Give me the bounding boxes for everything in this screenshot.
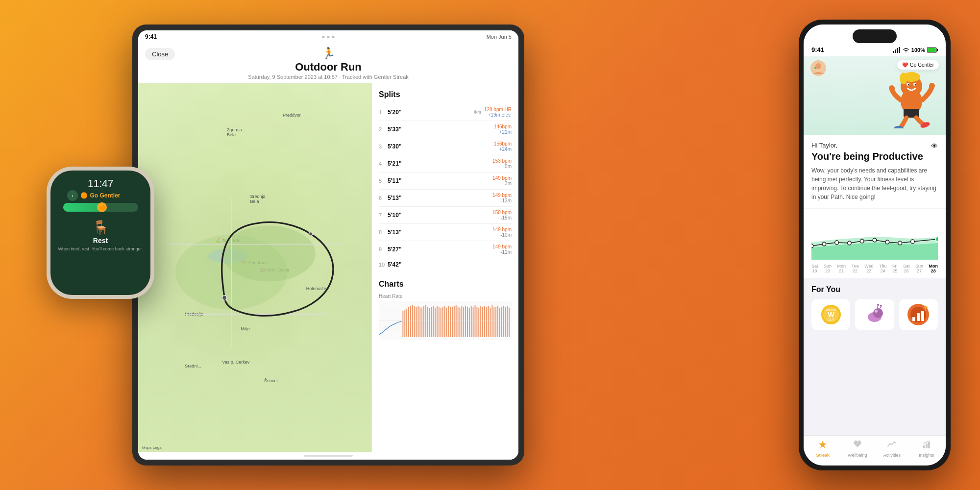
splits-section: Splits 1 5'20" /km 128 bpm HR +19m elev. <box>372 83 518 275</box>
svg-rect-32 <box>450 307 451 337</box>
productive-desc: Wow, your body's needs and capabilities … <box>811 166 938 201</box>
svg-rect-45 <box>475 305 476 337</box>
tab-activities[interactable]: Activities <box>875 440 909 458</box>
charts-title: Charts <box>379 280 512 289</box>
for-you-snail[interactable] <box>855 299 894 330</box>
iphone-screen: 9:41 100% <box>804 24 946 466</box>
svg-point-82 <box>915 84 916 86</box>
route-svg <box>138 83 371 452</box>
insights-tab-icon <box>922 440 931 452</box>
for-you-workout[interactable]: W WORK OUT <box>811 299 850 330</box>
svg-rect-58 <box>499 308 500 337</box>
svg-rect-31 <box>448 306 449 337</box>
svg-rect-57 <box>497 306 498 337</box>
eye-icon[interactable]: 👁 <box>931 142 938 150</box>
svg-rect-56 <box>495 307 496 337</box>
svg-rect-119 <box>923 445 925 448</box>
watch-progress-dot: 🟠 <box>97 202 107 212</box>
svg-point-95 <box>873 238 877 242</box>
svg-rect-14 <box>416 307 416 337</box>
split-row-7: 7 5'10" 150 bpm -18m <box>379 207 512 224</box>
svg-rect-37 <box>460 308 461 337</box>
svg-rect-60 <box>503 306 504 337</box>
svg-point-108 <box>875 310 878 313</box>
tab-streak[interactable]: Streak <box>806 440 840 458</box>
svg-rect-22 <box>431 307 432 337</box>
svg-rect-20 <box>427 307 428 337</box>
svg-point-112 <box>877 304 879 306</box>
svg-rect-49 <box>482 307 483 337</box>
week-chart-card: Sat19 Sun20 Mon21 Tue22 Wed23 Thu24 Fri2… <box>804 209 946 278</box>
svg-point-1 <box>222 225 315 281</box>
svg-point-94 <box>860 239 864 243</box>
svg-text:WORK: WORK <box>826 308 836 312</box>
for-you-title: For You <box>811 285 938 294</box>
svg-rect-25 <box>437 306 438 337</box>
split-row-9: 9 5'27" 149 bpm -11m <box>379 241 512 258</box>
svg-rect-61 <box>505 307 506 337</box>
signal-icon <box>893 47 901 53</box>
mascot-character <box>882 60 941 135</box>
svg-rect-117 <box>921 311 924 321</box>
streak-tab-icon <box>818 440 828 452</box>
svg-rect-27 <box>441 308 441 337</box>
svg-rect-46 <box>476 307 477 337</box>
ipad-content: Close 🏃 Outdoor Run Saturday, 9 Septembe… <box>138 42 518 452</box>
svg-point-86 <box>929 83 935 89</box>
watch-time: 11:47 <box>88 177 114 190</box>
tab-insights[interactable]: Insights <box>909 440 944 458</box>
for-you-chart[interactable] <box>899 299 938 330</box>
svg-rect-70 <box>899 47 900 53</box>
iphone-status-bar: 9:41 100% <box>811 46 938 56</box>
svg-rect-54 <box>491 305 492 337</box>
svg-rect-35 <box>456 305 457 337</box>
map-area[interactable]: ZgornjaBela Preddvor SrednjaBela Predosl… <box>138 83 371 452</box>
svg-point-6 <box>309 232 313 236</box>
svg-rect-39 <box>463 307 464 337</box>
tab-wellbeing[interactable]: Wellbeing <box>840 440 875 458</box>
watch-progress-bar: 🟠 <box>63 203 138 212</box>
iphone-hero: ❤️ Go Gentler <box>804 56 946 135</box>
svg-rect-42 <box>469 308 470 337</box>
svg-rect-7 <box>402 311 403 337</box>
watch-screen: ‹ 11:47 🟠 Go Gentler 🟠 🪑 Rest When tired… <box>50 171 150 295</box>
split-row-8: 8 5'13" 149 bpm -10m <box>379 224 512 241</box>
sidebar-panel[interactable]: Splits 1 5'20" /km 128 bpm HR +19m elev. <box>371 83 518 452</box>
svg-rect-9 <box>406 309 407 337</box>
for-you-items: W WORK OUT <box>811 299 938 330</box>
svg-rect-13 <box>414 306 415 337</box>
split-row-2: 2 5'33" 146bpm +21m <box>379 121 512 138</box>
svg-rect-68 <box>895 49 896 53</box>
user-avatar <box>810 60 826 78</box>
split-row-10: 10 5'42" <box>379 258 512 271</box>
svg-point-84 <box>900 73 907 84</box>
svg-rect-12 <box>412 305 413 337</box>
svg-rect-51 <box>486 307 487 337</box>
ipad-screen: 9:41 Mon Jun 5 Close 🏃 Outdoor Run Satur… <box>138 30 518 460</box>
close-button[interactable]: Close <box>145 48 175 60</box>
svg-rect-120 <box>926 443 928 448</box>
watch-back-button[interactable]: ‹ <box>67 190 78 201</box>
ipad-body: ZgornjaBela Preddvor SrednjaBela Predosl… <box>138 83 518 452</box>
svg-rect-63 <box>509 308 510 337</box>
svg-point-90 <box>811 244 813 248</box>
svg-rect-24 <box>435 308 436 337</box>
wellbeing-tab-icon <box>853 440 862 452</box>
iphone-device: 9:41 100% <box>799 20 951 470</box>
svg-point-96 <box>885 240 889 244</box>
svg-rect-38 <box>461 306 462 337</box>
ipad-header: Close 🏃 Outdoor Run Saturday, 9 Septembe… <box>138 42 518 83</box>
streak-tab-label: Streak <box>816 453 830 458</box>
ipad-device: 9:41 Mon Jun 5 Close 🏃 Outdoor Run Satur… <box>132 24 524 466</box>
svg-rect-40 <box>465 306 466 337</box>
svg-text:OUT: OUT <box>827 318 835 321</box>
svg-rect-73 <box>937 49 938 51</box>
battery-icon <box>927 47 938 53</box>
for-you-section: For You W WORK OUT <box>804 278 946 435</box>
svg-rect-47 <box>478 308 479 337</box>
svg-rect-115 <box>912 317 915 321</box>
svg-rect-30 <box>446 308 447 337</box>
svg-rect-36 <box>458 307 459 337</box>
svg-rect-33 <box>452 307 453 337</box>
map-legal: Maps Legal <box>142 445 162 450</box>
